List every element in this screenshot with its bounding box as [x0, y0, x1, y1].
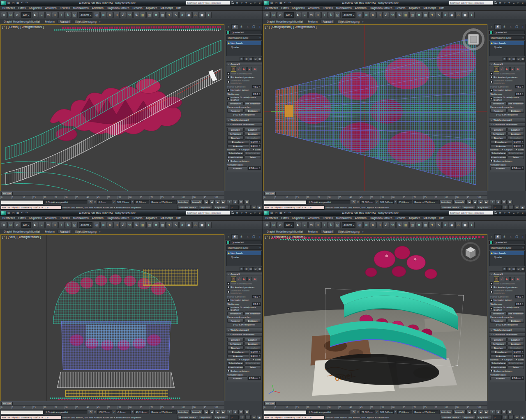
infocenter-search-input[interactable]: [186, 1, 230, 5]
menu-item[interactable]: Erstellen: [321, 7, 335, 9]
motion-panel-tab-icon[interactable]: ◌: [508, 24, 514, 29]
select-and-move-icon[interactable]: +: [321, 222, 328, 228]
qat-undo-icon[interactable]: ↶: [283, 211, 287, 215]
spinner-icon[interactable]: [258, 355, 260, 357]
coord-z-field[interactable]: 65,69mm: [397, 200, 412, 204]
coord-y-field[interactable]: 381,63mm: [116, 200, 131, 204]
extrude-field[interactable]: 0,0mm: [250, 140, 261, 143]
menu-item[interactable]: Rendern: [394, 217, 407, 219]
menu-item[interactable]: Bearbeiten: [1, 217, 16, 219]
spinner-icon[interactable]: [258, 141, 260, 143]
menu-item[interactable]: Hilfe: [174, 217, 183, 219]
infocenter-menu-icon[interactable]: ▾: [507, 1, 511, 5]
viewport-general-menu[interactable]: [ + ]: [265, 235, 270, 238]
curve-editor-icon[interactable]: ∿: [173, 222, 179, 228]
previous-frame-icon[interactable]: ◀: [209, 200, 215, 204]
zoom-extents-all-icon[interactable]: ⊞: [244, 200, 249, 204]
curve-editor-icon[interactable]: ∿: [173, 12, 179, 18]
edit-named-selection-sets-icon[interactable]: ▤: [140, 222, 146, 228]
delete-button[interactable]: Löschen: [508, 128, 524, 132]
rollout-soft-selection-header[interactable]: Weiche Auswahl: [489, 328, 525, 332]
detach-button[interactable]: Loslösen: [245, 132, 261, 136]
infocenter-star-icon[interactable]: ★: [235, 211, 239, 215]
modifier-list-dropdown[interactable]: Modifikatoren-Liste: [226, 35, 262, 40]
create-button[interactable]: Erstellen: [490, 338, 507, 342]
normal-group-radio[interactable]: Gruppe: [239, 358, 249, 361]
spinner-icon[interactable]: [258, 167, 260, 169]
ribbon-tab-object-paint[interactable]: Objektübertragung: [73, 20, 98, 23]
cut-button[interactable]: Ausschneiden: [490, 365, 507, 369]
coord-z-field[interactable]: 11,38mm: [134, 200, 149, 204]
coord-z-field[interactable]: 65,69mm: [397, 410, 412, 414]
select-and-move-icon[interactable]: +: [58, 222, 65, 228]
pan-icon[interactable]: ↔: [245, 415, 251, 420]
select-and-rotate-icon[interactable]: ↻: [65, 222, 71, 228]
ignore-backfacing-checkbox[interactable]: Rückseiten ignorieren: [490, 286, 524, 289]
3ds-max-logo-icon[interactable]: [1, 1, 6, 5]
show-normals-checkbox[interactable]: Normalen zeigen: [227, 299, 261, 302]
object-color-swatch[interactable]: [489, 241, 493, 244]
weld-threshold-field[interactable]: 2,54mm: [248, 376, 261, 380]
zoom-all-icon[interactable]: ⊕: [496, 200, 501, 204]
copy-named-selection-button[interactable]: Kopieren: [490, 319, 507, 323]
copy-named-selection-button[interactable]: Kopieren: [227, 109, 244, 113]
current-frame-field[interactable]: 0: [493, 205, 502, 210]
edge-mode-icon[interactable]: ╱: [237, 67, 241, 71]
remove-modifier-icon[interactable]: ×: [253, 57, 257, 61]
menu-item[interactable]: Bearbeiten: [1, 7, 16, 9]
coord-z-field[interactable]: 49,114mm: [134, 410, 149, 414]
zoom-all-icon[interactable]: ⊕: [233, 200, 238, 204]
menu-item[interactable]: Rendern: [394, 7, 407, 9]
copy-named-selection-button[interactable]: Kopieren: [227, 319, 244, 323]
track-bar[interactable]: 0510152025303540455055606570758085909510…: [263, 195, 487, 199]
refine-ends-checkbox[interactable]: Enden verfeinern: [227, 159, 261, 163]
rectangular-selection-region-icon[interactable]: ▭: [308, 12, 314, 18]
modifier-enabled-icon[interactable]: [491, 42, 493, 44]
create-button[interactable]: Erstellen: [490, 128, 507, 132]
angle-snap-icon[interactable]: ∠: [383, 12, 389, 18]
minimize-window-icon[interactable]: –: [512, 211, 516, 215]
go-to-start-icon[interactable]: |◀: [203, 200, 209, 204]
show-end-result-icon[interactable]: ‖: [507, 57, 511, 61]
new-scene-icon[interactable]: ▤: [7, 211, 11, 215]
viewport-shading-menu[interactable]: [ Drahtgittermodell ]: [293, 25, 317, 28]
hierarchy-panel-tab-icon[interactable]: ⋔: [238, 24, 245, 29]
play-animation-icon[interactable]: ▶: [215, 200, 220, 204]
hide-button[interactable]: Verdecken: [227, 102, 244, 105]
hierarchy-panel-tab-icon[interactable]: ⋔: [501, 234, 508, 239]
rollout-soft-selection-header[interactable]: Weiche Auswahl: [489, 118, 525, 122]
chamfer-field[interactable]: 0,0mm: [250, 354, 261, 358]
zoom-extents-icon[interactable]: ⊡: [238, 200, 244, 204]
percent-snap-icon[interactable]: %: [390, 12, 396, 18]
menu-item[interactable]: Erstellen: [321, 217, 335, 219]
zoom-all-icon[interactable]: ⊕: [496, 410, 501, 414]
chamfer-field[interactable]: 0,0mm: [513, 144, 524, 148]
unlink-selection-icon[interactable]: ⊘: [270, 12, 277, 18]
pan-icon[interactable]: ↔: [508, 415, 514, 420]
select-and-link-icon[interactable]: ∞: [264, 222, 270, 228]
spinner-icon[interactable]: [521, 145, 523, 147]
percent-snap-icon[interactable]: %: [127, 222, 133, 228]
qat-undo-icon[interactable]: ↶: [20, 211, 24, 215]
split-button[interactable]: Teilen: [508, 155, 524, 159]
vertex-mode-icon[interactable]: ∴: [231, 277, 236, 281]
element-mode-icon[interactable]: ◆: [516, 277, 520, 281]
selected-set-button[interactable]: Auswahl: [190, 200, 203, 204]
menu-item[interactable]: Hilfe: [437, 7, 446, 9]
slice-button[interactable]: Aufschneiden: [508, 361, 524, 365]
keyboard-shortcut-override-icon[interactable]: K: [370, 12, 376, 18]
spinner-icon[interactable]: [258, 85, 260, 88]
zoom-icon[interactable]: ⌖: [227, 200, 232, 204]
save-file-icon[interactable]: ▦: [16, 1, 20, 5]
mirror-icon[interactable]: ◫: [146, 12, 152, 18]
auto-key-button[interactable]: Auto-Key: [176, 410, 189, 414]
menu-item[interactable]: Rendern: [131, 217, 144, 219]
delete-isolated-vertices-checkbox[interactable]: Isolierte Scheitelpunkte löschen: [227, 96, 261, 102]
select-and-link-icon[interactable]: ∞: [264, 12, 270, 18]
ribbon-tab-freeform[interactable]: Freiform: [43, 20, 56, 23]
pan-icon[interactable]: ↔: [508, 205, 514, 210]
pan-icon[interactable]: ↔: [245, 205, 251, 210]
modifier-stack-item-base-object[interactable]: Quader: [490, 255, 524, 259]
object-color-swatch[interactable]: [489, 31, 493, 34]
menu-item[interactable]: Ansichten: [307, 7, 321, 9]
